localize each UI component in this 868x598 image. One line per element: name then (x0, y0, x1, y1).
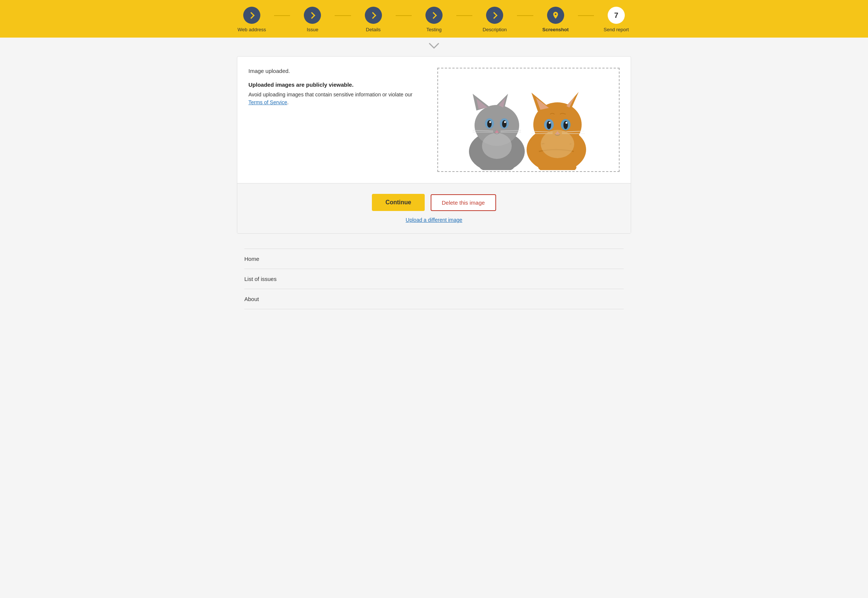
step-screenshot-circle (547, 7, 564, 24)
terms-of-service-link[interactable]: Terms of Service (248, 99, 287, 105)
main-container: Image uploaded. Uploaded images are publ… (230, 56, 638, 309)
step-details-circle (365, 7, 382, 24)
step-testing[interactable]: Testing (412, 7, 456, 32)
card-footer-buttons: Continue Delete this image (372, 194, 496, 211)
footer-nav: Home List of issues About (237, 248, 631, 309)
step-send-report-circle: 7 (608, 7, 625, 24)
svg-point-38 (541, 130, 574, 158)
step-screenshot[interactable]: Screenshot (533, 7, 578, 32)
nav-item-home[interactable]: Home (244, 248, 624, 269)
delete-image-button[interactable]: Delete this image (431, 194, 496, 211)
step-details[interactable]: Details (351, 7, 396, 32)
image-preview (437, 68, 620, 172)
nav-item-list-of-issues[interactable]: List of issues (244, 269, 624, 289)
connector-3 (396, 15, 412, 16)
svg-point-31 (549, 122, 551, 124)
pin-icon (552, 11, 560, 19)
step-testing-circle (425, 7, 443, 24)
svg-point-29 (547, 121, 551, 129)
card-body: Image uploaded. Uploaded images are publ… (237, 57, 631, 183)
step-screenshot-label: Screenshot (542, 27, 569, 32)
warning-bold-text: Uploaded images are publicly viewable. (248, 82, 422, 88)
main-card: Image uploaded. Uploaded images are publ… (237, 56, 631, 234)
svg-point-9 (487, 120, 492, 128)
step-description-circle (486, 7, 503, 24)
chevron-down-icon (0, 37, 868, 56)
card-footer: Continue Delete this image Upload a diff… (237, 183, 631, 233)
continue-button[interactable]: Continue (372, 194, 424, 211)
warning-normal-text: Avoid uploading images that contain sens… (248, 91, 422, 106)
card-image-section (437, 68, 620, 172)
stepper-header: Web address Issue Details Testing (0, 0, 868, 37)
svg-point-32 (566, 122, 568, 124)
step-details-label: Details (366, 27, 381, 32)
card-text-section: Image uploaded. Uploaded images are publ… (248, 68, 422, 106)
kitten-image (439, 70, 618, 170)
step-send-report[interactable]: 7 Send report (594, 7, 638, 32)
svg-point-30 (564, 121, 568, 129)
step-web-address-circle (243, 7, 260, 24)
warning-suffix: . (287, 99, 289, 105)
step-testing-label: Testing (426, 27, 441, 32)
step-send-report-label: Send report (604, 27, 629, 32)
step-web-address-label: Web address (238, 27, 266, 32)
connector-1 (274, 15, 290, 16)
svg-point-18 (482, 133, 512, 159)
step-send-report-number: 7 (614, 11, 618, 20)
uploaded-text: Image uploaded. (248, 68, 422, 74)
step-description[interactable]: Description (472, 7, 517, 32)
svg-point-10 (502, 120, 507, 128)
nav-item-about[interactable]: About (244, 289, 624, 309)
stepper: Web address Issue Details Testing (230, 7, 638, 32)
warning-prefix: Avoid uploading images that contain sens… (248, 91, 412, 97)
svg-point-11 (489, 121, 491, 123)
connector-2 (335, 15, 351, 16)
connector-4 (456, 15, 472, 16)
upload-different-image-link[interactable]: Upload a different image (406, 217, 462, 223)
step-issue[interactable]: Issue (290, 7, 335, 32)
svg-point-12 (504, 121, 506, 123)
step-issue-circle (304, 7, 321, 24)
step-issue-label: Issue (307, 27, 318, 32)
step-web-address[interactable]: Web address (230, 7, 274, 32)
connector-5 (517, 15, 533, 16)
step-description-label: Description (483, 27, 507, 32)
connector-6 (578, 15, 594, 16)
